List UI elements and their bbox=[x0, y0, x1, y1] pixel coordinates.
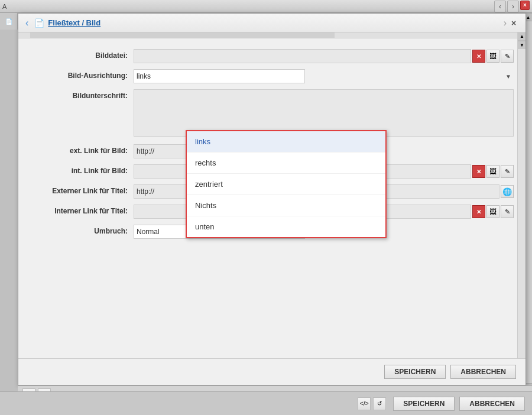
interner-edit-icon: ✎ bbox=[505, 208, 510, 216]
bild-ausrichtung-label: Bild-Ausrichtung: bbox=[24, 69, 134, 80]
bilddatei-edit-btn[interactable]: ✎ bbox=[501, 50, 514, 63]
interner-delete-icon: ✕ bbox=[476, 209, 481, 215]
outer-refresh-icon: ↺ bbox=[377, 400, 382, 407]
modal-scrollbar: ▲ ▼ bbox=[517, 33, 525, 358]
dropdown-item-zentriert[interactable]: zentriert bbox=[187, 174, 385, 195]
ext-link-label: ext. Link für Bild: bbox=[24, 144, 134, 155]
outer-titlebar: A ‹ › × bbox=[0, 0, 532, 13]
modal-scroll-up[interactable]: ▲ bbox=[518, 33, 525, 41]
modal-content: Bilddatei: ✕ 🖼 ✎ bbox=[18, 33, 525, 358]
modal-save-button[interactable]: SPEICHERN bbox=[384, 365, 446, 379]
int-link-edit-btn[interactable]: ✎ bbox=[501, 165, 514, 178]
modal-scroll-down[interactable]: ▼ bbox=[518, 41, 525, 49]
modal-title-left: ‹ 📄 Fließtext / Bild bbox=[23, 18, 100, 28]
outer-cancel-button[interactable]: ABBRECHEN bbox=[459, 397, 525, 411]
modal-dialog: ‹ 📄 Fließtext / Bild › × Bilddatei: bbox=[18, 13, 526, 385]
int-link-label: int. Link für Bild: bbox=[24, 164, 134, 175]
bilddatei-input[interactable] bbox=[134, 49, 471, 63]
folder-icon: 🖼 bbox=[489, 52, 497, 60]
outer-close-button[interactable]: × bbox=[520, 1, 530, 10]
outer-bottom-bar: </> ↺ SPEICHERN ABBRECHEN bbox=[0, 391, 532, 415]
modal-cancel-button[interactable]: ABBRECHEN bbox=[450, 365, 516, 379]
modal-back-button[interactable]: ‹ bbox=[23, 18, 31, 28]
externer-link-titel-label: Externer Link für Titel: bbox=[24, 184, 134, 195]
horiz-scroll bbox=[18, 33, 525, 38]
bilddatei-delete-btn[interactable]: ✕ bbox=[472, 50, 485, 63]
outer-bottom-refresh-btn[interactable]: ↺ bbox=[373, 397, 386, 410]
modal-footer: SPEICHERN ABBRECHEN bbox=[18, 358, 525, 385]
umbruch-label: Umbruch: bbox=[24, 225, 134, 235]
outer-bottom-code-btn[interactable]: </> bbox=[358, 397, 371, 410]
interner-edit-btn[interactable]: ✎ bbox=[501, 205, 514, 218]
bild-ausrichtung-row: Bild-Ausrichtung: links rechts zentriert… bbox=[24, 69, 514, 83]
bildunterschrift-label: Bildunterschrift: bbox=[24, 89, 134, 100]
outer-code-icon: </> bbox=[360, 400, 368, 407]
left-sidebar: 📄 bbox=[0, 13, 18, 30]
int-edit-icon: ✎ bbox=[505, 168, 510, 176]
outer-nav-arrows: ‹ › × bbox=[494, 1, 530, 12]
dropdown-item-nichts[interactable]: Nichts bbox=[187, 195, 385, 216]
bild-ausrichtung-control: links rechts zentriert Nichts unten ▼ bbox=[134, 69, 514, 83]
bilddatei-row: Bilddatei: ✕ 🖼 ✎ bbox=[24, 49, 514, 63]
globe-icon: 🌐 bbox=[502, 187, 512, 196]
delete-icon: ✕ bbox=[476, 53, 481, 60]
bilddatei-control: ✕ 🖼 ✎ bbox=[134, 49, 514, 63]
interner-delete-btn[interactable]: ✕ bbox=[472, 205, 485, 218]
sidebar-icon: 📄 bbox=[3, 15, 15, 27]
bildunterschrift-textarea[interactable] bbox=[134, 89, 514, 137]
interner-folder-btn[interactable]: 🖼 bbox=[486, 205, 499, 218]
modal-title-text: Fließtext / Bild bbox=[48, 18, 100, 27]
outer-save-button[interactable]: SPEICHERN bbox=[393, 397, 455, 411]
outer-titlebar-left: A bbox=[2, 3, 7, 10]
dropdown-popup: links rechts zentriert Nichts unten bbox=[186, 130, 387, 238]
dropdown-item-rechts[interactable]: rechts bbox=[187, 153, 385, 174]
bilddatei-input-group: ✕ 🖼 ✎ bbox=[134, 49, 514, 63]
bild-ausrichtung-select[interactable]: links rechts zentriert Nichts unten bbox=[134, 69, 305, 83]
interner-link-titel-label: Interner Link für Titel: bbox=[24, 205, 134, 215]
bilddatei-label: Bilddatei: bbox=[24, 49, 134, 60]
globe-btn[interactable]: 🌐 bbox=[501, 185, 514, 198]
edit-icon: ✎ bbox=[505, 53, 510, 60]
outer-bottom-icons: </> ↺ bbox=[358, 397, 386, 410]
bild-ausrichtung-select-wrapper: links rechts zentriert Nichts unten ▼ bbox=[134, 69, 514, 83]
int-link-delete-btn[interactable]: ✕ bbox=[472, 165, 485, 178]
modal-close-button[interactable]: × bbox=[511, 18, 521, 28]
outer-window: A ‹ › × 📄 ▲ ▼ ‹ 📄 Fließtext / Bild › × bbox=[0, 0, 532, 415]
modal-forward-button[interactable]: › bbox=[501, 18, 509, 28]
document-icon: 📄 bbox=[34, 18, 44, 28]
dropdown-item-links[interactable]: links bbox=[187, 131, 385, 153]
int-link-folder-btn[interactable]: 🖼 bbox=[486, 165, 499, 178]
outer-forward-arrow[interactable]: › bbox=[507, 1, 519, 12]
int-folder-icon: 🖼 bbox=[489, 167, 497, 176]
interner-folder-icon: 🖼 bbox=[489, 208, 497, 216]
outer-back-arrow[interactable]: ‹ bbox=[494, 1, 506, 12]
dropdown-item-unten[interactable]: unten bbox=[187, 216, 385, 237]
outer-title: A bbox=[2, 3, 7, 10]
bilddatei-folder-btn[interactable]: 🖼 bbox=[486, 50, 499, 63]
int-delete-icon: ✕ bbox=[476, 168, 481, 175]
bild-ausrichtung-arrow-icon: ▼ bbox=[505, 73, 511, 80]
modal-titlebar: ‹ 📄 Fließtext / Bild › × bbox=[18, 14, 525, 33]
